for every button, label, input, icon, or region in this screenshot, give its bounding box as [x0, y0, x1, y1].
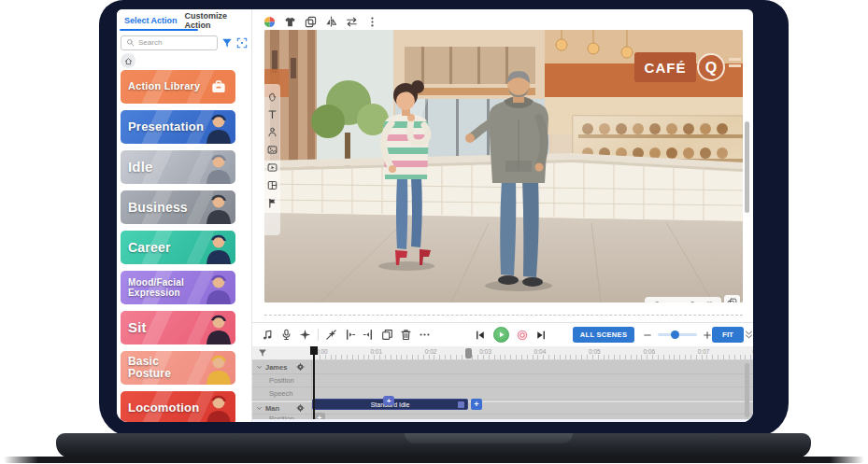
- swap-icon[interactable]: [346, 16, 358, 28]
- canvas-scrollbar[interactable]: [745, 121, 749, 213]
- timeline: ALL SCENES FIT 0:000:010:020:030:040:05: [252, 322, 753, 422]
- app-screen: Select Action Customize Action Search Ac…: [117, 9, 753, 422]
- music-note-icon[interactable]: [262, 329, 274, 341]
- page: Select Action Customize Action Search Ac…: [0, 0, 868, 464]
- home-button[interactable]: [121, 53, 135, 68]
- chevron-down-icon[interactable]: [256, 405, 263, 412]
- track-header[interactable]: Position: [252, 374, 311, 387]
- timeline-ruler[interactable]: 0:000:010:020:030:040:050:060:070:08: [252, 346, 753, 360]
- track-header[interactable]: Speech: [252, 387, 311, 400]
- search-icon: [126, 38, 135, 47]
- laptop-frame: Select Action Customize Action Search Ac…: [99, 0, 789, 437]
- shirt-icon[interactable]: [284, 16, 296, 28]
- tab-customize-action[interactable]: Customize Action: [185, 9, 253, 31]
- trash-icon[interactable]: [400, 329, 412, 341]
- zoom-slider-thumb[interactable]: [671, 330, 679, 339]
- scene-end-marker[interactable]: [465, 348, 472, 359]
- flip-icon[interactable]: [325, 16, 337, 28]
- tab-select-action[interactable]: Select Action: [117, 9, 185, 31]
- chevron-down-icon[interactable]: [256, 364, 263, 371]
- timeline-scrollbar[interactable]: [745, 363, 749, 417]
- timeline-bottom-strip: [252, 419, 753, 422]
- card-label: Presentation: [128, 120, 203, 134]
- ruler-ticks: [311, 355, 753, 359]
- zoom-in-icon[interactable]: [689, 301, 698, 302]
- image-icon[interactable]: [267, 145, 277, 155]
- track-header[interactable]: James: [252, 360, 311, 373]
- color-wheel-icon[interactable]: [263, 16, 276, 28]
- play-button[interactable]: [493, 327, 509, 343]
- expand-icon[interactable]: [236, 37, 248, 49]
- action-category-card[interactable]: Locomotion: [121, 391, 235, 422]
- action-category-card[interactable]: Presentation: [121, 110, 235, 144]
- collapse-timeline-icon[interactable]: [744, 330, 753, 340]
- track-header[interactable]: Man: [252, 402, 311, 414]
- layout-icon[interactable]: [267, 180, 277, 190]
- card-label: Idle: [128, 160, 153, 175]
- video-icon[interactable]: [267, 162, 277, 173]
- search-row: Search: [121, 35, 249, 50]
- home-icon: [124, 57, 133, 65]
- ruler-label: 0:03: [479, 348, 491, 355]
- duplicate-icon[interactable]: [305, 16, 317, 28]
- more-h-icon[interactable]: [419, 329, 431, 341]
- duplicate-scene-button[interactable]: [724, 295, 740, 302]
- action-category-card[interactable]: Basic Posture: [121, 351, 235, 385]
- track-row: Position: [252, 374, 753, 387]
- action-category-card[interactable]: Business: [121, 190, 235, 224]
- add-action-handle[interactable]: +: [383, 396, 394, 405]
- more-v-icon[interactable]: [366, 16, 378, 28]
- hand-icon[interactable]: [267, 91, 277, 102]
- skip-end-icon[interactable]: [535, 330, 547, 341]
- zoom-plus-icon[interactable]: [703, 330, 712, 340]
- search-placeholder: Search: [138, 38, 162, 47]
- zoom-controls: 60%: [645, 297, 721, 302]
- svg-text:CAFÉ: CAFÉ: [645, 60, 687, 76]
- eye-off-icon[interactable]: [704, 301, 713, 302]
- skip-start-icon[interactable]: [475, 330, 486, 341]
- clip-resize-handle[interactable]: [458, 401, 464, 408]
- card-figure: [192, 152, 234, 184]
- ruler-label: 0:07: [698, 348, 710, 355]
- zoom-slider-track[interactable]: [658, 333, 697, 336]
- mic-icon[interactable]: [280, 329, 292, 341]
- flag-icon[interactable]: [267, 198, 277, 208]
- record-button[interactable]: [517, 330, 528, 341]
- zoom-minus-icon[interactable]: [643, 330, 652, 340]
- panel-tabs: Select Action Customize Action: [117, 9, 252, 31]
- scene-boundary: [264, 315, 743, 316]
- copy-icon[interactable]: [381, 329, 393, 341]
- track-settings-icon[interactable]: [296, 404, 305, 413]
- scene-image: CAFÉ Q: [264, 30, 743, 302]
- action-category-card[interactable]: Idle: [121, 150, 235, 184]
- laptop-shadow: [4, 457, 864, 463]
- search-input[interactable]: Search: [121, 35, 218, 50]
- action-category-card[interactable]: Career: [121, 231, 235, 264]
- all-scenes-button[interactable]: ALL SCENES: [573, 327, 634, 343]
- action-category-list: Action LibraryPresentationIdleBusinessCa…: [121, 70, 235, 422]
- sparkle-off-icon[interactable]: [325, 329, 337, 341]
- character-icon[interactable]: [267, 127, 277, 137]
- toolbar-separator: [318, 329, 319, 341]
- action-category-card[interactable]: Mood/Facial Expression: [121, 271, 235, 304]
- track-name: Man: [265, 404, 279, 413]
- scene-tool-strip: [264, 84, 280, 235]
- text-icon[interactable]: [267, 109, 277, 120]
- track-filter-icon[interactable]: [258, 348, 267, 358]
- action-category-card[interactable]: Action Library: [121, 70, 235, 104]
- add-action-button[interactable]: +: [471, 399, 482, 410]
- card-figure: [192, 313, 234, 344]
- action-category-card[interactable]: Sit: [121, 311, 235, 344]
- fit-button[interactable]: FIT: [712, 327, 744, 343]
- track-settings-icon[interactable]: [296, 363, 305, 372]
- ruler-label: 0:05: [589, 348, 601, 355]
- zoom-out-icon[interactable]: [653, 301, 662, 302]
- track-name: Speech: [269, 389, 292, 398]
- trim-end-icon[interactable]: [363, 329, 375, 341]
- card-label: Career: [128, 241, 171, 255]
- trim-start-icon[interactable]: [344, 329, 356, 341]
- scene-viewport[interactable]: CAFÉ Q: [264, 30, 743, 302]
- filter-icon[interactable]: [221, 37, 233, 49]
- sparkle-icon[interactable]: [299, 329, 311, 341]
- card-figure: [192, 192, 234, 224]
